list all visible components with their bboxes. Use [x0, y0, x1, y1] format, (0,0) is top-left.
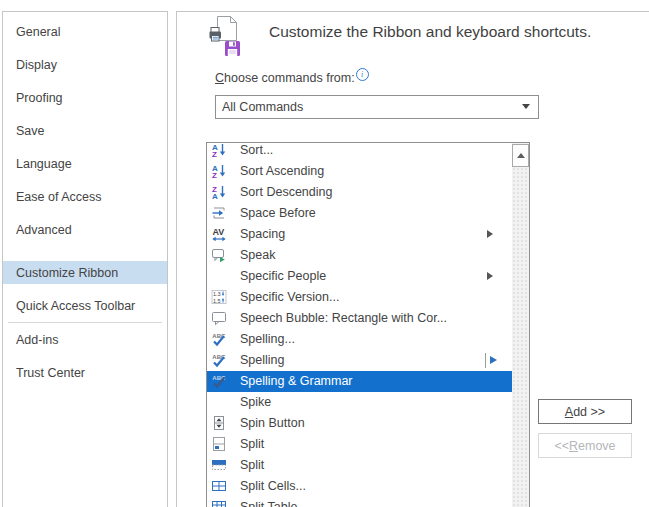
svg-text:Z: Z: [212, 150, 217, 158]
sidebar-item-save[interactable]: Save: [3, 114, 167, 147]
page-title: Customize the Ribbon and keyboard shortc…: [269, 23, 591, 41]
list-item-label: Spacing: [240, 227, 285, 241]
submenu-arrow-blue-icon: [490, 356, 501, 364]
list-item-label: Specific People: [240, 269, 326, 283]
listbox-scrollbar[interactable]: [512, 143, 529, 507]
add-button[interactable]: Add >>: [538, 399, 632, 424]
list-item-space-before[interactable]: Space Before: [207, 203, 512, 224]
sidebar-item-label: Customize Ribbon: [16, 266, 118, 280]
speech-bubble-icon: [211, 310, 227, 326]
scroll-up-button[interactable]: [512, 144, 529, 167]
sidebar-item-proofing[interactable]: Proofing: [3, 81, 167, 114]
list-item-specific-version[interactable]: 1.31.5Specific Version...: [207, 287, 512, 308]
commands-rows: AZSort...AZSort AscendingZASort Descendi…: [207, 143, 512, 507]
list-item-split-cells[interactable]: Split Cells...: [207, 476, 512, 497]
sidebar-list: GeneralDisplayProofingSaveLanguageEase o…: [3, 12, 167, 389]
list-item-label: Spin Button: [240, 416, 305, 430]
list-item-spike[interactable]: Spike: [207, 392, 512, 413]
list-item-spelling-grammar[interactable]: ABCSpelling & Grammar: [207, 371, 512, 392]
sort-az-icon: AZ: [211, 143, 227, 158]
commands-source-dropdown[interactable]: All Commands: [215, 95, 539, 119]
list-item-label: Sort Ascending: [240, 164, 324, 178]
sidebar-item-label: Advanced: [16, 223, 72, 237]
sidebar-item-language[interactable]: Language: [3, 147, 167, 180]
sidebar-item-general[interactable]: General: [3, 15, 167, 48]
space-before-icon: [211, 205, 227, 221]
spelling-icon: ABC: [211, 331, 227, 347]
list-item-spelling[interactable]: ABCSpelling: [207, 350, 512, 371]
sidebar-item-label: Add-ins: [16, 333, 58, 347]
list-item-sort-ascending[interactable]: AZSort Ascending: [207, 161, 512, 182]
list-item-label: Split: [240, 458, 264, 472]
choose-commands-label: Choose commands from:: [215, 71, 355, 85]
speak-icon: [211, 247, 227, 263]
submenu-arrow-icon: [487, 272, 497, 280]
specific-version-icon: 1.31.5: [211, 289, 227, 305]
sidebar-item-label: Language: [16, 157, 72, 171]
list-item-spin-button[interactable]: Spin Button: [207, 413, 512, 434]
choose-commands-row: Choose commands from:i: [215, 68, 369, 85]
list-item-split-table[interactable]: Split Table: [207, 497, 512, 507]
list-item-label: Sort Descending: [240, 185, 332, 199]
svg-text:Z: Z: [212, 171, 217, 179]
customize-ribbon-icon: [208, 15, 246, 63]
sidebar-item-label: Trust Center: [16, 366, 85, 380]
split-window-icon: [211, 436, 227, 452]
svg-text:1.3: 1.3: [213, 291, 221, 297]
sidebar-item-add-ins[interactable]: Add-ins: [3, 323, 167, 356]
none: [211, 268, 227, 284]
none: [211, 394, 227, 410]
sort-za-icon: ZA: [211, 184, 227, 200]
list-item-label: Speech Bubble: Rectangle with Cor...: [240, 311, 447, 325]
commands-listbox: AZSort...AZSort AscendingZASort Descendi…: [206, 142, 530, 507]
sidebar-item-label: Quick Access Toolbar: [16, 299, 135, 313]
split-table-icon: [211, 499, 227, 507]
list-item-sort-descending[interactable]: ZASort Descending: [207, 182, 512, 203]
chevron-down-icon: [522, 104, 530, 113]
spelling-grammar-icon: ABC: [211, 373, 227, 389]
sidebar-item-label: Save: [16, 124, 45, 138]
sidebar-item-label: General: [16, 25, 60, 39]
list-item-speak[interactable]: Speak: [207, 245, 512, 266]
submenu-divider: [485, 353, 486, 368]
sidebar-item-ease-of-access[interactable]: Ease of Access: [3, 180, 167, 213]
sidebar-item-label: Proofing: [16, 91, 63, 105]
list-item-split[interactable]: Split: [207, 434, 512, 455]
sidebar-item-label: Ease of Access: [16, 190, 101, 204]
sidebar-item-trust-center[interactable]: Trust Center: [3, 356, 167, 389]
spelling-icon: ABC: [211, 352, 227, 368]
split-cells-icon: [211, 478, 227, 494]
list-item-label: Spelling & Grammar: [240, 374, 353, 388]
list-item-label: Split Cells...: [240, 479, 306, 493]
submenu-arrow-icon: [487, 230, 497, 238]
list-item-sort[interactable]: AZSort...: [207, 143, 512, 161]
svg-text:1.5: 1.5: [213, 298, 221, 304]
sort-az-icon: AZ: [211, 163, 227, 179]
list-item-spelling[interactable]: ABCSpelling...: [207, 329, 512, 350]
svg-text:AV: AV: [213, 227, 225, 237]
svg-text:A: A: [212, 192, 218, 200]
list-item-split[interactable]: Split: [207, 455, 512, 476]
list-item-specific-people[interactable]: Specific People: [207, 266, 512, 287]
sidebar-item-display[interactable]: Display: [3, 48, 167, 81]
list-item-spacing[interactable]: AVSpacing: [207, 224, 512, 245]
list-item-speech-bubble-rectangle-with-cor[interactable]: Speech Bubble: Rectangle with Cor...: [207, 308, 512, 329]
sidebar-item-label: Display: [16, 58, 57, 72]
split-horizontal-icon: [211, 457, 227, 473]
sidebar-item-customize-ribbon[interactable]: Customize Ribbon: [3, 256, 167, 289]
scroll-up-icon: [517, 149, 525, 158]
list-item-label: Space Before: [240, 206, 316, 220]
list-item-label: Specific Version...: [240, 290, 339, 304]
options-sidebar: GeneralDisplayProofingSaveLanguageEase o…: [2, 11, 168, 507]
customize-ribbon-pane: Customize the Ribbon and keyboard shortc…: [176, 11, 649, 507]
sidebar-item-advanced[interactable]: Advanced: [3, 213, 167, 246]
word-options-dialog: GeneralDisplayProofingSaveLanguageEase o…: [0, 0, 649, 507]
info-icon[interactable]: i: [356, 68, 369, 81]
list-item-label: Split: [240, 437, 264, 451]
remove-button[interactable]: << Remove: [538, 433, 632, 458]
list-item-label: Split Table: [240, 500, 297, 507]
sidebar-item-quick-access-toolbar[interactable]: Quick Access Toolbar: [3, 289, 167, 322]
list-item-label: Speak: [240, 248, 275, 262]
submenu-arrow-group: [485, 353, 501, 368]
list-item-label: Spelling...: [240, 332, 295, 346]
